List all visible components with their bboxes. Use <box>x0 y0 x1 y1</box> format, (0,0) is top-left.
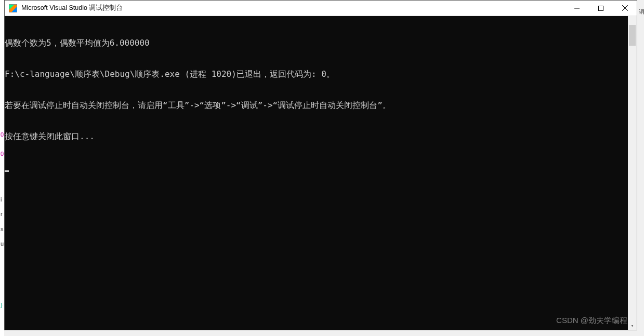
console-window: Microsoft Visual Studio 调试控制台 偶数个数为5，偶数平… <box>4 0 637 330</box>
scroll-down-arrow-icon[interactable]: ▾ <box>628 321 637 330</box>
bg-char: u <box>1 240 4 247</box>
window-controls <box>565 1 637 16</box>
cursor <box>5 170 9 172</box>
vertical-scrollbar[interactable]: ▴ ▾ <box>628 16 637 330</box>
maximize-icon <box>598 6 603 11</box>
bg-edge-char: 诮 <box>639 8 644 16</box>
console-line: F:\c-language\顺序表\Debug\顺序表.exe (进程 1020… <box>5 69 637 79</box>
bg-char: r <box>1 211 3 217</box>
close-button[interactable] <box>613 1 637 16</box>
minimize-button[interactable] <box>565 1 589 16</box>
editor-gutter-strip: 0 0 i r s u } <box>0 0 4 336</box>
console-output[interactable]: 偶数个数为5，偶数平均值为6.000000 F:\c-language\顺序表\… <box>5 16 637 330</box>
console-line: 若要在调试停止时自动关闭控制台，请启用“工具”->“选项”->“调试”->“调试… <box>5 100 637 111</box>
bg-char: 0 <box>1 131 4 138</box>
bg-char: i <box>1 196 2 203</box>
bg-char: 0 <box>1 151 4 157</box>
bg-char: s <box>1 226 4 232</box>
right-edge-scroll[interactable] <box>639 0 644 336</box>
titlebar[interactable]: Microsoft Visual Studio 调试控制台 <box>5 1 637 16</box>
close-icon <box>622 5 628 11</box>
console-line: 按任意键关闭此窗口... <box>5 131 637 142</box>
window-title: Microsoft Visual Studio 调试控制台 <box>21 4 565 12</box>
watermark-text: CSDN @劲夫学编程 <box>556 315 627 326</box>
maximize-button[interactable] <box>589 1 613 16</box>
scroll-thumb[interactable] <box>629 25 636 46</box>
bg-char: } <box>1 302 3 308</box>
minimize-icon <box>574 6 580 11</box>
console-line: 偶数个数为5，偶数平均值为6.000000 <box>5 38 637 48</box>
app-icon <box>9 4 17 12</box>
right-edge-panel: 诮 <box>639 0 644 336</box>
svg-rect-1 <box>599 6 603 10</box>
cursor-line <box>5 163 637 173</box>
